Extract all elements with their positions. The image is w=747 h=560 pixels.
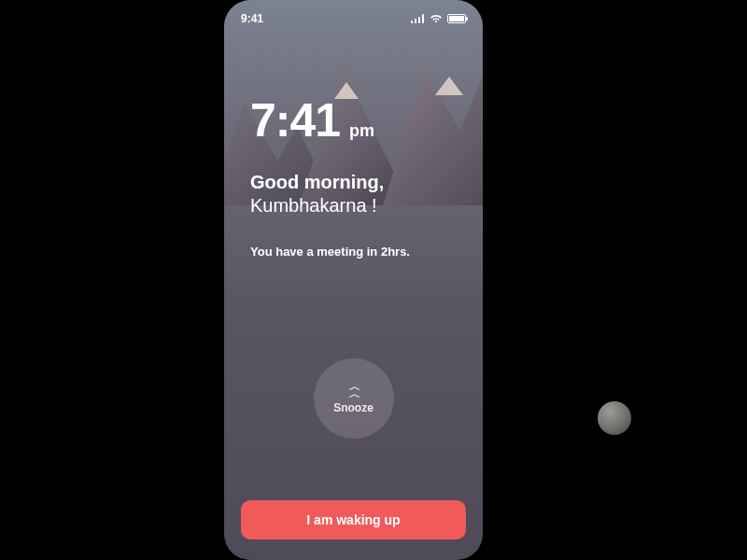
phone-screen: 9:41 7:41 pm Good morning, Kumbhakarna !… (224, 0, 483, 560)
status-right (411, 14, 466, 23)
signal-icon (411, 14, 425, 23)
snooze-button[interactable]: ︿︿ Snooze (314, 358, 394, 439)
meeting-note: You have a meeting in 2hrs. (250, 245, 457, 259)
chevron-up-double-icon: ︿︿ (349, 383, 359, 398)
clock: 7:41 pm (250, 93, 457, 147)
wake-up-label: I am waking up (306, 512, 400, 527)
wake-up-button[interactable]: I am waking up (241, 500, 466, 539)
greeting-line2: Kumbhakarna ! (250, 195, 457, 217)
stage: 9:41 7:41 pm Good morning, Kumbhakarna !… (0, 0, 747, 560)
battery-icon (447, 14, 466, 23)
decorative-orb (598, 401, 631, 435)
content: 7:41 pm Good morning, Kumbhakarna ! You … (224, 0, 483, 560)
greeting: Good morning, Kumbhakarna ! (250, 172, 457, 217)
snooze-label: Snooze (333, 401, 374, 414)
clock-time: 7:41 (250, 93, 340, 147)
greeting-line1: Good morning, (250, 172, 457, 193)
clock-ampm: pm (349, 121, 374, 141)
snooze-wrap: ︿︿ Snooze (314, 358, 394, 439)
status-bar: 9:41 (224, 9, 483, 28)
status-time: 9:41 (241, 12, 263, 25)
wifi-icon (430, 14, 443, 23)
